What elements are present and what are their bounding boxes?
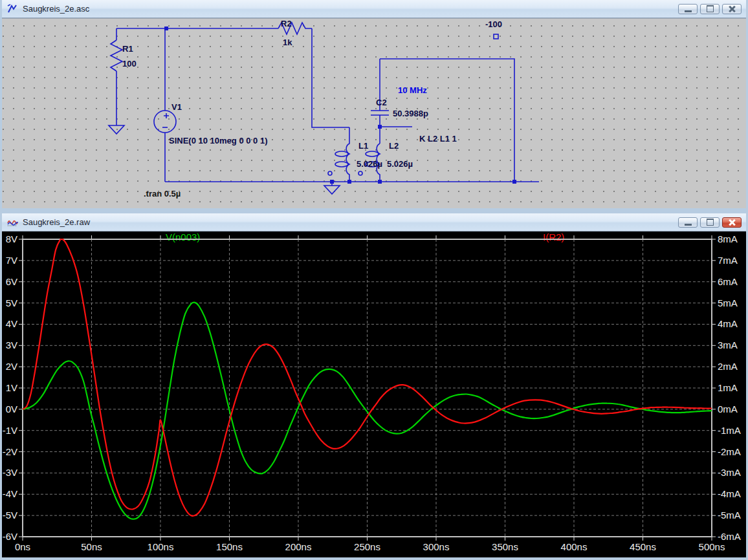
restore-button[interactable] [700, 217, 720, 228]
left-axis-label: -2V [3, 446, 17, 457]
resistor-R1 [111, 40, 122, 71]
minimize-button[interactable] [678, 4, 698, 14]
schematic-label[interactable]: C2 [376, 98, 387, 107]
left-axis-label: 6V [6, 276, 17, 287]
inductor-L1-loop [335, 162, 348, 167]
left-axis-label: -6V [3, 531, 17, 542]
left-axis-label: 7V [6, 255, 17, 266]
x-axis-label: 250ns [354, 541, 380, 552]
schematic-label[interactable]: L1 [358, 141, 368, 151]
schematic-window: Saugkreis_2e.asc [0, 0, 748, 213]
close-icon [728, 219, 736, 226]
restore-icon [707, 219, 714, 226]
waveform-titlebar[interactable]: Saugkreis_2e.raw [2, 213, 746, 232]
restore-button[interactable] [700, 4, 720, 14]
phase-dot [328, 171, 332, 175]
schematic-window-title: Saugkreis_2e.asc [23, 4, 89, 14]
schematic-label[interactable]: 5.026µ [357, 159, 382, 169]
schematic-label[interactable]: 100 [122, 59, 137, 69]
waveform-plot[interactable]: 8V8mA7V7mA6V6mA5V5mA4V4mA3V3mA2V2mA1V1mA… [2, 232, 746, 557]
schematic-drawing [2, 18, 746, 208]
waveform-window-title: Saugkreis_2e.raw [23, 217, 90, 227]
schematic-titlebar[interactable]: Saugkreis_2e.asc [2, 0, 746, 18]
schematic-canvas[interactable]: R21kR1100V1SINE(0 10 10meg 0 0 0 1)10 MH… [2, 18, 746, 208]
x-axis-label: 150ns [216, 541, 243, 552]
right-axis-label: 7mA [718, 255, 738, 266]
waveform-window-controls [678, 217, 743, 228]
x-axis-label: 350ns [492, 541, 518, 552]
right-axis-label: 4mA [718, 318, 738, 329]
schematic-label[interactable]: 1k [283, 38, 292, 47]
right-axis-label: 6mA [718, 276, 738, 287]
schematic-label[interactable]: V1 [171, 102, 182, 112]
right-axis-label: 8mA [718, 233, 738, 244]
schematic-label[interactable]: R1 [122, 44, 133, 54]
left-axis-label: 3V [6, 339, 17, 350]
schematic-label[interactable]: L2 [389, 141, 399, 151]
left-axis-label: -1V [3, 425, 17, 436]
left-axis-label: 1V [6, 382, 17, 393]
close-button[interactable] [722, 4, 742, 14]
capacitor-C2 [371, 111, 389, 115]
schematic-label[interactable]: -100 [485, 19, 502, 29]
right-axis-label: 3mA [718, 339, 738, 350]
phase-dot [358, 171, 362, 175]
junction-dots [164, 27, 516, 184]
x-axis-label: 500ns [699, 541, 725, 552]
waveform-window: Saugkreis_2e.raw V(n003) I(R2) 8V8mA7V7m… [0, 213, 748, 560]
schematic-window-controls [678, 4, 743, 14]
x-axis-label: 400ns [561, 541, 588, 552]
waveform-file-icon [7, 217, 18, 228]
schematic-label[interactable]: K L2 L1 1 [419, 134, 457, 144]
right-axis-label: -6mA [718, 531, 741, 542]
minimize-icon [685, 224, 692, 226]
inductor-L1-loop [335, 151, 348, 156]
close-button[interactable] [722, 217, 742, 228]
left-axis-label: -5V [3, 510, 17, 521]
voltage-source-V1 [154, 111, 176, 133]
x-axis-label: 450ns [630, 541, 656, 552]
minimize-button[interactable] [678, 217, 698, 228]
right-axis-label: -4mA [718, 488, 741, 499]
x-axis-label: 300ns [423, 541, 450, 552]
schematic-file-icon [7, 4, 18, 14]
schematic-label[interactable]: SINE(0 10 10meg 0 0 0 1) [169, 136, 267, 145]
x-axis-label: 0ns [15, 541, 30, 552]
right-axis-label: 1mA [718, 382, 738, 393]
left-axis-label: 4V [6, 318, 17, 329]
left-axis-label: 0V [6, 404, 17, 415]
right-axis-label: -2mA [718, 446, 741, 457]
close-icon [728, 6, 736, 12]
plus-icon [164, 113, 169, 118]
x-axis-label: 200ns [285, 541, 312, 552]
right-axis-label: -3mA [718, 467, 741, 478]
minimize-icon [685, 10, 692, 12]
waveform-pane[interactable]: V(n003) I(R2) 8V8mA7V7mA6V6mA5V5mA4V4mA3… [2, 232, 746, 557]
x-axis-label: 50ns [81, 541, 102, 552]
schematic-label[interactable]: R2 [281, 19, 292, 28]
x-axis-label: 100ns [148, 541, 174, 552]
inductor-L2-loop [366, 151, 379, 156]
left-axis-label: -3V [3, 467, 17, 478]
ground-symbol [324, 186, 340, 194]
right-axis-label: 2mA [718, 361, 738, 372]
ground-symbol [109, 125, 124, 134]
left-axis-label: 5V [6, 297, 17, 308]
schematic-label[interactable]: 50.3988p [393, 109, 428, 118]
ltspice-app: Saugkreis_2e.asc [0, 0, 748, 560]
left-axis-label: 2V [6, 361, 17, 372]
flag-marker [494, 34, 498, 39]
left-axis-label: -4V [3, 488, 17, 499]
schematic-label[interactable]: 5.026µ [387, 159, 413, 169]
left-axis-label: 8V [6, 233, 17, 244]
schematic-label[interactable]: .tran 0.5µ [144, 189, 181, 199]
right-axis-label: 5mA [718, 297, 738, 308]
schematic-label[interactable]: 10 MHz [398, 85, 427, 95]
restore-icon [707, 5, 714, 12]
right-axis-label: -1mA [718, 425, 741, 436]
right-axis-label: 0mA [718, 404, 738, 415]
wire [312, 28, 349, 127]
right-axis-label: -5mA [718, 510, 741, 521]
